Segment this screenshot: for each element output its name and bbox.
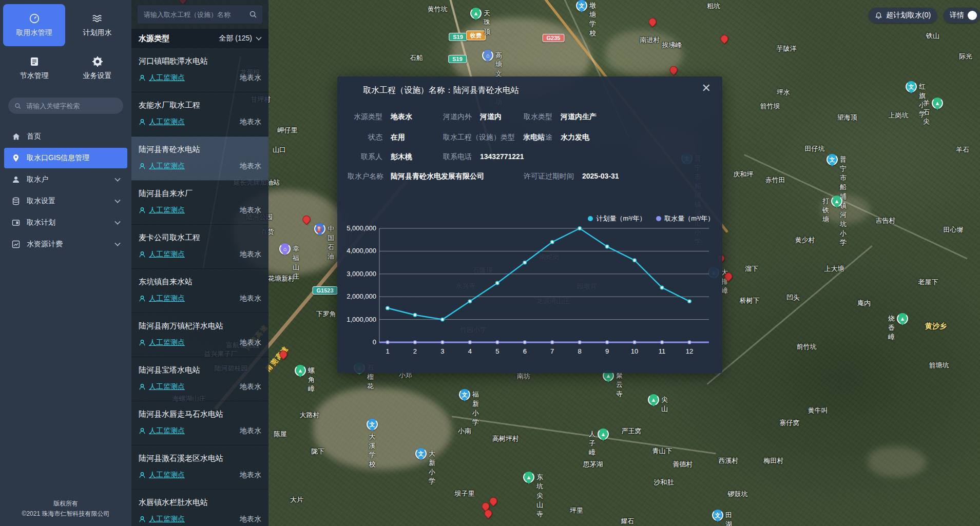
manual-monitor-link[interactable]: 人工监测点: [139, 338, 185, 347]
intake-name: 陆河县南万镇杞洋水电站: [139, 321, 261, 331]
red-map-pin[interactable]: [303, 216, 312, 224]
sidebar-search-box[interactable]: [8, 98, 123, 114]
detail-row: 水源类型地表水河道内外河道内取水类型河道内生产: [348, 112, 712, 125]
red-map-pin[interactable]: [721, 35, 729, 44]
pin-shape: [278, 349, 289, 360]
mountain-icon[interactable]: ▲烧香嶂: [897, 313, 908, 324]
red-map-pin[interactable]: [490, 497, 498, 506]
red-map-pin[interactable]: [670, 66, 679, 75]
map-place-label: 赤竹田: [765, 176, 785, 185]
filter-dropdown[interactable]: 全部 (125): [219, 34, 261, 43]
database-icon: [11, 197, 21, 206]
app-tab-1[interactable]: 取用水管理: [3, 4, 65, 46]
list-item[interactable]: 友能水厂取水工程人工监测点地表水: [131, 92, 268, 137]
detail-field: 许可证过期时间2025-03-31: [524, 172, 619, 181]
school-icon[interactable]: 文大溪学校: [367, 419, 378, 430]
map-place-label: 黄牛叫: [808, 406, 828, 415]
water-source-type: 地表水: [240, 73, 261, 83]
school-icon[interactable]: 文墩塘学校: [576, 0, 587, 11]
legend-item[interactable]: 计划量（m³/年）: [588, 214, 646, 223]
map-place-label: 下罗角: [316, 309, 336, 319]
list-item[interactable]: 陆河县宝塔水电站人工监测点地表水: [131, 357, 268, 401]
hotel-icon[interactable]: ⌂幸福山庄: [279, 243, 291, 255]
sidebar-item-6[interactable]: 水资源计费: [4, 234, 127, 255]
list-item[interactable]: 陆河县水唇走马石水电站人工监测点地表水: [131, 401, 268, 445]
map-place-label: 花塘新村: [268, 274, 295, 283]
list-item[interactable]: 陆河县自来水厂人工监测点地表水: [131, 181, 268, 225]
sidebar-item-3[interactable]: 取水户: [4, 169, 127, 190]
app-tab-label: 业务设置: [83, 71, 112, 81]
manual-monitor-link[interactable]: 人工监测点: [139, 426, 185, 436]
list-item[interactable]: 麦卡公司取水工程人工监测点地表水: [131, 225, 268, 269]
app-tab-4[interactable]: 业务设置: [66, 47, 128, 89]
svg-text:1,000,000: 1,000,000: [347, 316, 376, 323]
manual-monitor-link[interactable]: 人工监测点: [139, 471, 185, 480]
search-icon[interactable]: [249, 10, 257, 18]
location-pin-icon: [11, 153, 21, 163]
manual-monitor-link[interactable]: 人工监测点: [139, 294, 185, 303]
red-map-pin[interactable]: [280, 350, 289, 359]
temple-icon[interactable]: ▲东坑尖山寺: [523, 472, 534, 483]
manual-monitor-link[interactable]: 人工监测点: [139, 250, 185, 259]
field-value: 河道内生产: [561, 112, 597, 122]
list-item[interactable]: 河口镇唱歌潭水电站人工监测点地表水: [131, 48, 268, 92]
filter-title: 水源类型: [139, 34, 169, 44]
app-tab-2[interactable]: 计划用水: [66, 4, 128, 46]
map-poi-label: 羊石尖: [923, 99, 930, 126]
sidebar-item-1[interactable]: 首页: [4, 126, 127, 147]
manual-monitor-link[interactable]: 人工监测点: [139, 206, 185, 215]
intake-search-input[interactable]: [143, 10, 245, 19]
red-map-pin[interactable]: [725, 272, 734, 281]
list-item[interactable]: 陆河县激石溪老区水电站人工监测点地表水: [131, 445, 268, 490]
culture-icon[interactable]: ⌂高塘文化广场: [482, 50, 493, 61]
monitor-label: 人工监测点: [149, 73, 185, 83]
app-tab-3[interactable]: 节水管理: [3, 47, 65, 89]
gear-icon: [92, 56, 103, 67]
sidebar-item-4[interactable]: 取水设置: [4, 191, 127, 211]
field-value: 在用: [391, 133, 405, 142]
map-place-label: 田仔坑: [805, 144, 825, 153]
field-value: 陆河县青砼水电发展有限公司: [391, 172, 484, 181]
mountain-icon[interactable]: ▲打铁塘: [831, 196, 842, 207]
list-item[interactable]: 水唇镇水栏肚水电站人工监测点地表水: [131, 490, 268, 526]
map-poi-label: 福新小学: [472, 390, 479, 427]
mountain-icon[interactable]: ▲天珠顶: [470, 8, 482, 19]
list-item[interactable]: 陆河县南万镇杞洋水电站人工监测点地表水: [131, 313, 268, 357]
manual-monitor-link[interactable]: 人工监测点: [139, 118, 185, 127]
school-icon[interactable]: 文田湖小学: [712, 510, 723, 521]
detail-toggle-pill[interactable]: 详情: [944, 8, 980, 23]
school-icon[interactable]: 文普宁市船埔镇 河坑小学: [827, 154, 838, 165]
pin-shape: [723, 271, 734, 282]
gas-station-icon[interactable]: ⛽中国石油: [314, 223, 325, 235]
school-icon[interactable]: 文红旗小学: [906, 81, 917, 92]
list-item[interactable]: 东坑镇自来水站人工监测点地表水: [131, 269, 268, 313]
map-poi-label: 大新小学: [429, 449, 435, 486]
intake-search-box[interactable]: [138, 5, 262, 24]
intake-name: 陆河县宝塔水电站: [139, 365, 261, 375]
mountain-icon[interactable]: ▲人子嶂: [598, 428, 609, 440]
legend-item[interactable]: 取水量（m³/年）: [656, 214, 714, 223]
red-map-pin[interactable]: [649, 18, 658, 27]
manual-monitor-link[interactable]: 人工监测点: [139, 162, 185, 171]
school-icon[interactable]: 文福新小学: [459, 389, 470, 400]
monitor-label: 人工监测点: [149, 426, 185, 436]
close-icon[interactable]: ✕: [702, 83, 711, 94]
sidebar-item-2[interactable]: 取水口GIS信息管理: [4, 148, 127, 168]
over-plan-water-button[interactable]: 超计划取水(0): [869, 8, 937, 23]
mountain-icon[interactable]: ▲羊石尖: [932, 98, 943, 109]
sidebar-search-input[interactable]: [25, 102, 117, 110]
mountain-icon[interactable]: ▲螺角嶂: [295, 365, 306, 376]
school-icon[interactable]: 文大新小学: [415, 448, 427, 459]
detail-toggle-knob[interactable]: [968, 11, 977, 20]
manual-monitor-link[interactable]: 人工监测点: [139, 515, 185, 524]
red-map-pin[interactable]: [485, 510, 493, 518]
list-item[interactable]: 陆河县青砼水电站人工监测点地表水: [131, 137, 268, 181]
sidebar-item-5[interactable]: 取水计划: [4, 212, 127, 233]
user-icon: [11, 175, 21, 184]
map-place-label: 前竹坑: [797, 342, 817, 352]
manual-monitor-link[interactable]: 人工监测点: [139, 382, 185, 392]
field-label: 水源类型: [348, 112, 382, 122]
manual-monitor-link[interactable]: 人工监测点: [139, 73, 185, 83]
mountain-icon[interactable]: ▲尖山: [648, 394, 659, 405]
sidebar-item-label: 取水设置: [27, 197, 55, 206]
